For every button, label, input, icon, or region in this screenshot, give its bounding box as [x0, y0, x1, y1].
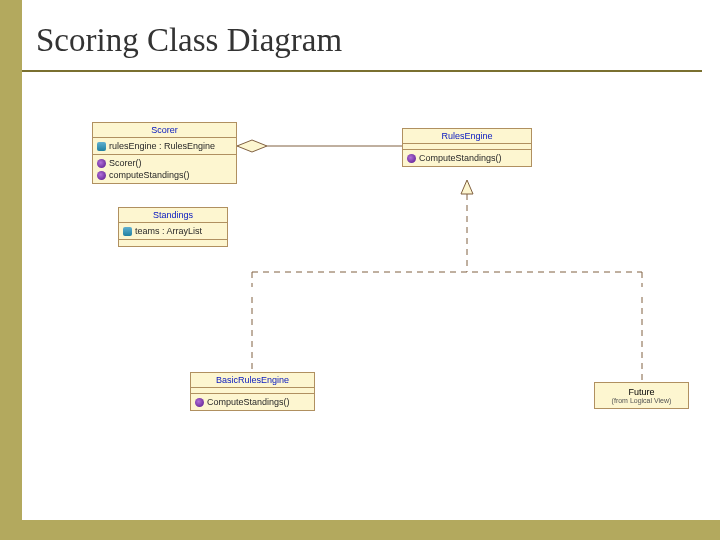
aggregation-diamond: [237, 140, 267, 152]
op-row: computeStandings(): [97, 169, 232, 181]
class-basic-rules-engine: BasicRulesEngine ComputeStandings(): [190, 372, 315, 411]
attr-row: teams : ArrayList: [123, 225, 223, 237]
slide-title: Scoring Class Diagram: [36, 22, 342, 59]
class-rules-engine-name: RulesEngine: [403, 129, 531, 144]
op-row: ComputeStandings(): [195, 396, 310, 408]
slide-left-bar: [0, 0, 22, 540]
attr-text: rulesEngine : RulesEngine: [109, 141, 215, 151]
public-icon: [407, 154, 416, 163]
public-icon: [97, 159, 106, 168]
class-basic-rules-engine-ops: ComputeStandings(): [191, 394, 314, 410]
class-scorer-attrs: rulesEngine : RulesEngine: [93, 138, 236, 155]
op-text: ComputeStandings(): [207, 397, 290, 407]
class-standings: Standings teams : ArrayList: [118, 207, 228, 247]
attr-row: rulesEngine : RulesEngine: [97, 140, 232, 152]
class-scorer-name: Scorer: [93, 123, 236, 138]
class-rules-engine: RulesEngine ComputeStandings(): [402, 128, 532, 167]
class-basic-rules-engine-name: BasicRulesEngine: [191, 373, 314, 388]
class-standings-attrs: teams : ArrayList: [119, 223, 227, 240]
op-text: Scorer(): [109, 158, 142, 168]
op-row: ComputeStandings(): [407, 152, 527, 164]
public-icon: [97, 171, 106, 180]
class-scorer: Scorer rulesEngine : RulesEngine Scorer(…: [92, 122, 237, 184]
class-rules-engine-ops: ComputeStandings(): [403, 150, 531, 166]
class-future: Future (from Logical View): [594, 382, 689, 409]
private-icon: [123, 227, 132, 236]
attr-text: teams : ArrayList: [135, 226, 202, 236]
public-icon: [195, 398, 204, 407]
class-standings-ops: [119, 240, 227, 246]
op-text: computeStandings(): [109, 170, 190, 180]
class-future-subtitle: (from Logical View): [603, 397, 680, 404]
slide-bottom-bar: [22, 520, 720, 540]
class-future-name: Future: [603, 387, 680, 397]
generalization-arrow: [461, 180, 473, 194]
class-scorer-ops: Scorer() computeStandings(): [93, 155, 236, 183]
uml-diagram: Scorer rulesEngine : RulesEngine Scorer(…: [22, 72, 720, 540]
op-row: Scorer(): [97, 157, 232, 169]
class-standings-name: Standings: [119, 208, 227, 223]
op-text: ComputeStandings(): [419, 153, 502, 163]
private-icon: [97, 142, 106, 151]
